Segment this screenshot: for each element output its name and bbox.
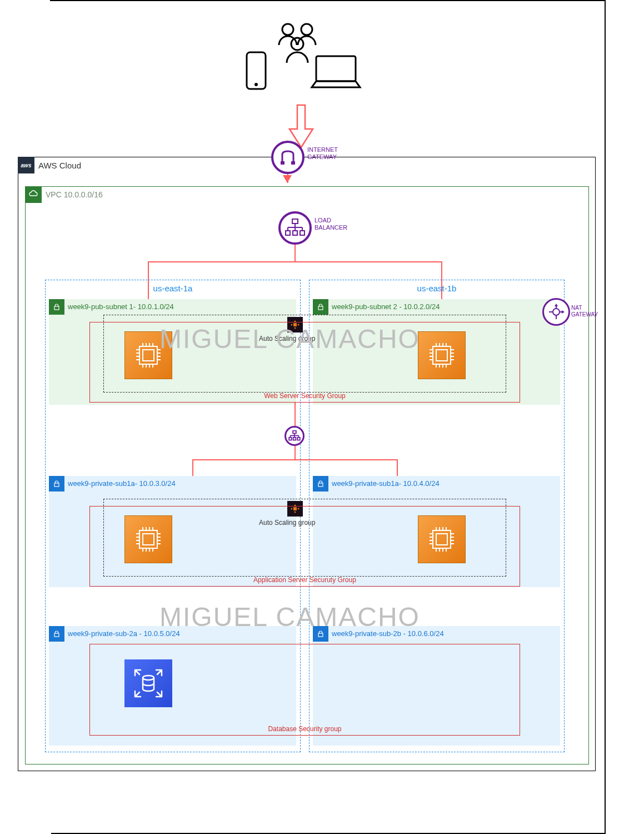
diagram-page: MIGUEL CAMACHO MIGUEL CAMACHO aws AWS Cl… xyxy=(50,0,606,834)
subnet-label: week9-private-sub-2b - 10.0.6.0/24 xyxy=(332,629,444,638)
svg-rect-8 xyxy=(292,219,298,224)
connector-line xyxy=(294,245,296,261)
phone-icon xyxy=(246,51,267,92)
lock-icon xyxy=(49,626,64,642)
svg-rect-7 xyxy=(291,161,295,165)
svg-rect-70 xyxy=(293,438,296,440)
svg-rect-17 xyxy=(54,306,59,310)
subnet-label: week9-private-sub1a- 10.0.3.0/24 xyxy=(68,479,176,488)
nat-gateway-icon xyxy=(542,298,570,326)
connector-line xyxy=(148,261,442,262)
sg-label: Database Security group xyxy=(90,725,520,733)
sg-label: Web Server Security Group xyxy=(90,392,520,400)
svg-rect-69 xyxy=(289,438,292,440)
laptop-icon xyxy=(309,54,362,92)
connector-line xyxy=(294,403,296,427)
svg-rect-71 xyxy=(297,438,300,440)
svg-point-3 xyxy=(301,24,312,35)
internet-gateway-icon xyxy=(271,141,304,174)
load-balancer-label: LOADBALANCER xyxy=(314,217,347,231)
az-b-title: us-east-1b xyxy=(309,284,564,293)
connector-line xyxy=(294,446,296,459)
internal-load-balancer-icon xyxy=(284,426,304,446)
svg-marker-25 xyxy=(562,310,565,314)
users-cluster xyxy=(246,21,357,104)
aws-logo-icon: aws xyxy=(18,157,34,173)
subnet-label: week9-private-sub-2a - 10.0.5.0/24 xyxy=(68,629,180,638)
internet-gateway-label: INTERNETGATEWAY xyxy=(307,146,338,161)
aws-cloud-label: AWS Cloud xyxy=(38,161,81,170)
svg-rect-18 xyxy=(318,306,323,310)
svg-rect-112 xyxy=(318,633,323,637)
web-auto-scaling-group xyxy=(103,315,506,393)
svg-rect-72 xyxy=(54,483,59,487)
az-a-title: us-east-1a xyxy=(46,284,300,293)
lock-icon xyxy=(49,476,64,492)
aws-cloud-container: aws AWS Cloud INTERNETGATEWAY VPC 10.0.0… xyxy=(18,157,596,771)
lock-icon xyxy=(313,299,328,315)
lock-icon xyxy=(313,626,328,642)
svg-rect-111 xyxy=(54,633,59,637)
svg-rect-6 xyxy=(281,161,284,165)
svg-rect-5 xyxy=(316,56,356,81)
svg-point-1 xyxy=(254,83,258,86)
arrow-icon xyxy=(283,175,292,183)
lock-icon xyxy=(49,299,64,315)
lock-icon xyxy=(313,476,328,492)
load-balancer-icon xyxy=(278,211,312,245)
app-auto-scaling-group xyxy=(103,499,506,577)
vpc-container: VPC 10.0.0.0/16 LOADBALANCER xyxy=(25,186,589,765)
subnet-label: week9-pub-subnet 2 - 10.0.2.0/24 xyxy=(332,302,440,311)
svg-rect-15 xyxy=(293,231,297,235)
connector-line xyxy=(192,459,398,460)
nat-gateway-label: NATGATEWAY xyxy=(571,305,598,318)
svg-rect-16 xyxy=(300,231,304,235)
vpc-label: VPC 10.0.0.0/16 xyxy=(46,190,103,199)
svg-rect-14 xyxy=(286,231,290,235)
svg-point-19 xyxy=(553,309,560,315)
svg-point-2 xyxy=(282,24,293,35)
svg-rect-73 xyxy=(318,483,323,487)
vpc-badge-icon xyxy=(25,186,42,203)
svg-marker-24 xyxy=(555,304,558,306)
subnet-label: week9-private-sub1a- 10.0.4.0/24 xyxy=(332,479,440,488)
db-security-group: Database Security group xyxy=(89,644,520,736)
subnet-label: week9-pub-subnet 1- 10.0.1.0/24 xyxy=(68,302,174,311)
svg-rect-63 xyxy=(293,431,296,434)
sg-label: Application Server Securuty Group xyxy=(90,576,520,584)
